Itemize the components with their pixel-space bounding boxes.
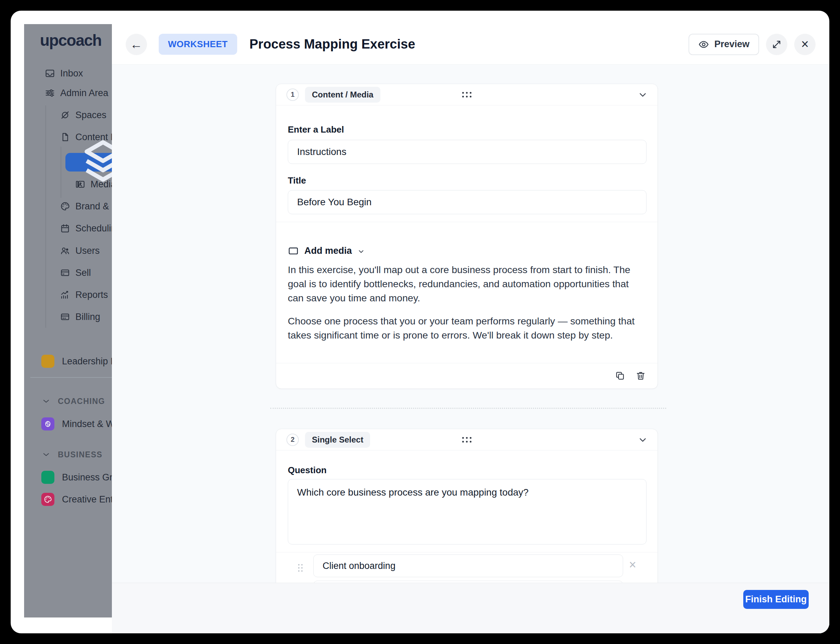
worksheet-editor-modal: ← WORKSHEET Process Mapping Exercise Pre…	[112, 24, 829, 633]
preview-button[interactable]: Preview	[689, 34, 759, 55]
header-actions: Preview ×	[689, 34, 815, 55]
block-type-badge: Content / Media	[305, 87, 381, 103]
credit-card-icon	[60, 312, 70, 322]
block-type-badge: Single Select	[305, 432, 370, 448]
question-field-caption: Question	[288, 465, 327, 476]
instructions-paragraph[interactable]: In this exercise, you'll map out a core …	[288, 263, 647, 305]
trash-icon[interactable]	[635, 371, 646, 381]
sidebar-section-coaching[interactable]: COACHING	[42, 397, 105, 406]
sidebar-program-mindset[interactable]: Mindset & We	[41, 415, 112, 433]
card-divider	[276, 552, 658, 552]
sidebar-item-label: Users	[75, 246, 100, 256]
media-icon	[75, 179, 85, 189]
collapse-block-button[interactable]	[638, 435, 648, 445]
chevron-down-icon	[42, 397, 50, 405]
sidebar-item-label: Creative Entre	[62, 494, 112, 505]
add-media-button[interactable]: Add media	[288, 245, 365, 256]
sidebar-program-business-growth[interactable]: Business Gro	[41, 468, 112, 486]
sidebar-item-label: Schedulin	[75, 223, 112, 234]
title-field-input[interactable]	[288, 190, 646, 214]
inbox-icon	[45, 68, 55, 79]
sidebar-section-business[interactable]: BUSINESS	[42, 450, 103, 459]
preview-label: Preview	[714, 39, 750, 49]
expand-icon	[772, 39, 781, 49]
sidebar-item-label: Spaces	[75, 110, 107, 120]
sidebar-item-reports[interactable]: Reports	[60, 286, 108, 304]
worksheet-canvas: 1 Content / Media Enter a Label Title Ad…	[112, 65, 829, 583]
sidebar-item-label: Business Gro	[62, 472, 112, 483]
title-field-caption: Title	[288, 175, 306, 186]
expand-button[interactable]	[766, 34, 788, 55]
close-button[interactable]: ×	[794, 34, 815, 55]
sidebar-item-label: Media	[90, 179, 112, 190]
sidebar-item-label: Inbox	[60, 68, 83, 79]
palette-icon	[41, 493, 54, 506]
finish-editing-button[interactable]: Finish Editing	[743, 590, 809, 609]
sidebar-item-billing[interactable]: Billing	[60, 308, 100, 326]
sidebar-program-leadership[interactable]: Leadership M	[41, 352, 112, 370]
section-label: BUSINESS	[58, 450, 103, 459]
chevron-down-icon	[638, 435, 648, 445]
users-icon	[60, 246, 70, 256]
app-window: upcoach Inbox Admin Area Spaces Content …	[11, 11, 829, 633]
collapse-block-button[interactable]	[638, 90, 648, 100]
sidebar: upcoach Inbox Admin Area Spaces Content …	[24, 24, 112, 618]
label-field-input[interactable]	[288, 140, 646, 164]
sidebar-item-inbox[interactable]: Inbox	[45, 64, 83, 82]
sidebar-item-scheduling[interactable]: Schedulin	[60, 219, 112, 237]
sidebar-item-label: Reports	[75, 290, 108, 300]
block-header: 1 Content / Media	[276, 84, 658, 105]
question-input[interactable]: Which core business process are you mapp…	[288, 479, 646, 544]
sidebar-item-label: Leadership M	[62, 356, 112, 367]
worksheet-type-badge: WORKSHEET	[159, 34, 237, 55]
tree-line	[61, 147, 61, 198]
option-input[interactable]	[313, 554, 623, 577]
credit-card-icon	[60, 268, 70, 278]
duplicate-icon[interactable]	[615, 371, 625, 381]
sidebar-item-brand-settings[interactable]: Brand & S	[60, 197, 112, 215]
sidebar-divider	[30, 377, 112, 378]
sidebar-item-label: Sell	[75, 268, 91, 278]
option-drag-handle-icon[interactable]	[298, 564, 303, 572]
add-media-label: Add media	[304, 246, 352, 256]
drag-handle-icon[interactable]	[462, 92, 472, 97]
section-label: COACHING	[58, 397, 105, 406]
block-separator	[270, 408, 666, 409]
sidebar-item-media[interactable]: Media	[75, 175, 112, 193]
chevron-down-icon	[357, 247, 365, 255]
block-actions	[615, 371, 646, 381]
sidebar-item-admin-area[interactable]: Admin Area	[45, 84, 108, 102]
chevron-down-icon	[638, 90, 648, 100]
page-title: Process Mapping Exercise	[249, 37, 415, 52]
brain-icon	[41, 417, 54, 430]
drag-handle-icon[interactable]	[462, 437, 472, 442]
block-number: 2	[286, 434, 299, 446]
chevron-down-icon	[42, 450, 50, 459]
block-content-media: 1 Content / Media Enter a Label Title Ad…	[276, 84, 658, 389]
sidebar-item-label: Mindset & We	[62, 419, 112, 429]
sidebar-item-sell[interactable]: Sell	[60, 264, 91, 282]
bar-chart-icon	[60, 290, 70, 300]
upcoach-logo[interactable]: upcoach	[40, 31, 102, 49]
sidebar-item-users[interactable]: Users	[60, 242, 100, 260]
program-avatar	[41, 355, 54, 368]
modal-header: ← WORKSHEET Process Mapping Exercise Pre…	[112, 24, 829, 65]
palette-icon	[60, 201, 70, 212]
back-arrow-icon: ←	[130, 37, 143, 52]
sidebar-item-activities-active[interactable]: Activi	[66, 153, 112, 171]
instructions-paragraph[interactable]: Choose one process that you or your team…	[288, 314, 647, 342]
remove-option-icon[interactable]: ×	[629, 559, 636, 571]
eye-icon	[698, 39, 709, 50]
block-header: 2 Single Select	[276, 429, 658, 450]
sidebar-program-creative[interactable]: Creative Entre	[41, 490, 112, 508]
sliders-icon	[45, 88, 55, 98]
block-number: 1	[286, 89, 299, 101]
sidebar-item-spaces[interactable]: Spaces	[60, 106, 107, 124]
back-button[interactable]: ←	[126, 34, 147, 55]
block-single-select: 2 Single Select Question Which core busi…	[276, 429, 658, 583]
sidebar-item-label: Billing	[75, 312, 100, 322]
media-placeholder-icon	[288, 245, 299, 256]
sidebar-item-label: Brand & S	[75, 201, 112, 212]
calendar-icon	[60, 223, 70, 233]
sidebar-item-label: Admin Area	[60, 88, 108, 99]
